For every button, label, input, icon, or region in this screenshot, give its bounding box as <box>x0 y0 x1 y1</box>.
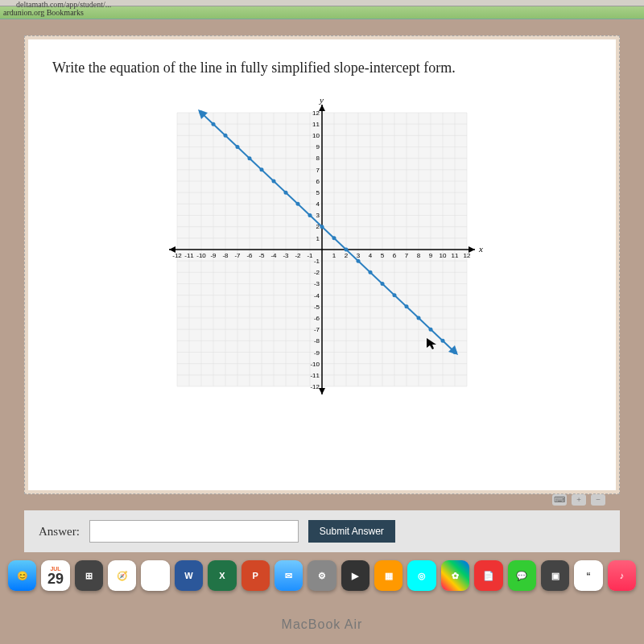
dock-finder-icon[interactable]: 😊 <box>8 560 36 591</box>
svg-text:6: 6 <box>316 178 320 185</box>
svg-point-114 <box>417 316 421 320</box>
dock-photos-icon[interactable]: ✿ <box>441 560 469 591</box>
svg-text:-6: -6 <box>314 315 320 322</box>
svg-point-112 <box>393 293 397 297</box>
y-axis-arrow-down <box>319 388 325 394</box>
svg-text:10: 10 <box>312 132 320 139</box>
svg-point-108 <box>345 248 349 252</box>
svg-point-111 <box>381 282 385 286</box>
svg-text:-1: -1 <box>307 252 313 259</box>
dock-mail-icon[interactable]: ✉ <box>275 560 303 591</box>
svg-point-106 <box>320 225 324 229</box>
svg-text:7: 7 <box>405 252 409 259</box>
svg-text:1: 1 <box>332 252 336 259</box>
svg-text:-5: -5 <box>258 252 265 259</box>
answer-label: Answer: <box>39 525 80 539</box>
svg-point-97 <box>212 122 216 126</box>
x-axis-label: x <box>478 244 483 254</box>
dock-excel-icon[interactable]: X <box>208 560 236 591</box>
bookmark-item[interactable]: ardunion.org Bookmarks <box>3 8 84 17</box>
y-axis-label: y <box>319 97 324 105</box>
svg-text:-7: -7 <box>314 326 320 333</box>
dock-app-icon[interactable]: ▣ <box>541 560 569 591</box>
dock-notes-icon[interactable]: “ <box>574 560 602 591</box>
plus-icon[interactable]: + <box>572 494 586 506</box>
svg-point-110 <box>369 270 373 275</box>
dock-pdf-icon[interactable]: 📄 <box>474 560 502 591</box>
svg-point-117 <box>453 350 457 354</box>
svg-text:9: 9 <box>316 143 320 151</box>
dock-music-icon[interactable]: ♪ <box>608 560 636 591</box>
svg-text:-9: -9 <box>210 252 217 259</box>
keyboard-icon[interactable]: ⌨ <box>552 494 567 506</box>
browser-url-bar: deltamath.com/app/student/... <box>0 0 644 6</box>
svg-point-107 <box>332 236 336 240</box>
svg-text:-11: -11 <box>184 252 194 259</box>
svg-text:7: 7 <box>316 167 320 174</box>
svg-text:-10: -10 <box>196 252 206 259</box>
answer-input[interactable] <box>89 520 299 543</box>
svg-point-116 <box>441 339 445 343</box>
svg-point-100 <box>248 156 252 160</box>
content-frame: Write the equation of the line in fully … <box>24 35 620 494</box>
svg-text:9: 9 <box>429 252 433 259</box>
svg-text:12: 12 <box>464 252 471 259</box>
svg-text:3: 3 <box>357 252 361 259</box>
svg-text:-3: -3 <box>314 280 320 287</box>
svg-text:-2: -2 <box>295 252 301 259</box>
svg-text:4: 4 <box>369 252 373 259</box>
svg-point-96 <box>200 111 204 115</box>
svg-point-98 <box>224 134 228 138</box>
dock-powerpoint-icon[interactable]: P <box>242 560 270 591</box>
svg-text:-1: -1 <box>314 258 320 265</box>
dock-calculator-icon[interactable]: ▦ <box>374 560 402 591</box>
dock-safari-icon[interactable]: 🧭 <box>108 560 136 591</box>
svg-point-103 <box>284 191 288 195</box>
svg-point-113 <box>405 304 409 308</box>
svg-text:2: 2 <box>345 252 349 259</box>
dock-messages-icon[interactable]: 💬 <box>508 560 536 591</box>
svg-point-101 <box>260 167 264 171</box>
question-panel: Write the equation of the line in fully … <box>28 39 616 490</box>
minus-icon[interactable]: − <box>591 494 605 506</box>
tool-icons: ⌨ + − <box>552 494 605 506</box>
svg-text:-11: -11 <box>310 372 320 379</box>
dock-word-icon[interactable]: W <box>175 560 203 591</box>
svg-text:-9: -9 <box>314 349 320 357</box>
svg-text:4: 4 <box>316 200 320 208</box>
dock-findmy-icon[interactable]: ◎ <box>407 560 436 591</box>
dock-chrome-icon[interactable]: ◉ <box>141 560 169 591</box>
submit-answer-button[interactable]: Submit Answer <box>308 520 395 543</box>
svg-point-102 <box>272 180 276 184</box>
dock-settings-icon[interactable]: ⚙ <box>308 560 336 591</box>
answer-bar: ⌨ + − Answer: Submit Answer <box>24 510 620 552</box>
svg-text:-6: -6 <box>246 252 253 259</box>
svg-text:11: 11 <box>312 121 320 128</box>
macos-dock[interactable]: 😊 JUL 29 ⊞ 🧭 ◉ W X P ✉ ⚙ ▶ ▦ ◎ ✿ 📄 💬 ▣ “… <box>0 555 644 596</box>
question-prompt: Write the equation of the line in fully … <box>52 60 592 76</box>
svg-text:-5: -5 <box>314 303 320 311</box>
svg-point-104 <box>296 202 300 206</box>
svg-text:11: 11 <box>452 252 459 259</box>
svg-text:-8: -8 <box>314 337 320 345</box>
svg-text:-3: -3 <box>283 252 289 259</box>
svg-point-99 <box>236 145 240 149</box>
svg-text:-8: -8 <box>222 252 229 259</box>
svg-text:5: 5 <box>381 252 385 259</box>
dock-launchpad-icon[interactable]: ⊞ <box>75 560 103 591</box>
svg-point-115 <box>429 328 433 332</box>
device-label: MacBook Air <box>0 617 644 632</box>
dock-tv-icon[interactable]: ▶ <box>341 560 369 591</box>
svg-text:-7: -7 <box>234 252 241 259</box>
dock-calendar-icon[interactable]: JUL 29 <box>41 560 69 591</box>
svg-text:-10: -10 <box>310 361 320 368</box>
svg-text:10: 10 <box>440 252 447 259</box>
svg-text:5: 5 <box>316 189 320 196</box>
svg-text:8: 8 <box>417 252 421 259</box>
svg-text:3: 3 <box>316 212 320 219</box>
svg-text:12: 12 <box>312 109 320 117</box>
coordinate-graph: x y -12 -11 -10 -9 -8 -7 -6 -5 -4 -3 -2 … <box>153 97 491 419</box>
svg-text:1: 1 <box>316 235 320 242</box>
chart-container: x y -12 -11 -10 -9 -8 -7 -6 -5 -4 -3 -2 … <box>52 97 592 419</box>
svg-text:8: 8 <box>316 155 320 162</box>
